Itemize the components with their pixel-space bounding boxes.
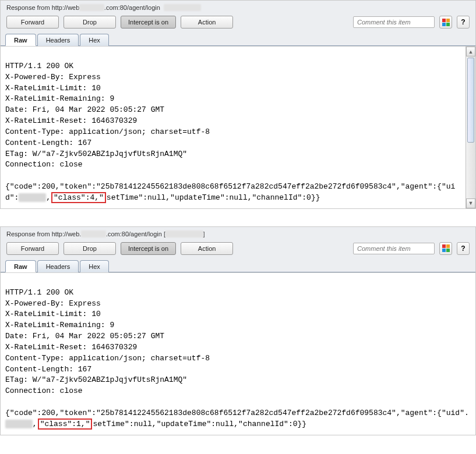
tab-headers[interactable]: Headers — [37, 260, 79, 272]
toolbar: Forward Drop Intercept is on Action ? — [1, 13, 475, 33]
scroll-track[interactable] — [466, 56, 475, 198]
tabs: Raw Headers Hex — [1, 260, 475, 272]
help-icon[interactable]: ? — [457, 242, 470, 255]
color-grid-icon[interactable] — [439, 242, 452, 255]
comment-input[interactable] — [353, 16, 435, 28]
body-pre: {"code":200,"token":"25b781412245562183d… — [5, 409, 469, 417]
tab-raw[interactable]: Raw — [5, 34, 36, 46]
help-icon[interactable]: ? — [457, 16, 470, 29]
scroll-down-icon[interactable]: ▼ — [466, 198, 475, 208]
redacted-uid: xxxxxx — [19, 193, 46, 202]
forward-button[interactable]: Forward — [6, 16, 59, 29]
http-header-line: HTTP/1.1 200 OK — [5, 288, 73, 297]
tabs: Raw Headers Hex — [1, 33, 475, 46]
http-header-line: X-RateLimit-Remaining: 9 — [5, 321, 114, 329]
intercept-button[interactable]: Intercept is on — [121, 16, 176, 29]
body-post: setTime":null,"updateTime":null,"channel… — [93, 420, 306, 428]
title-close: ] — [203, 230, 205, 237]
http-header-line: X-Powered-By: Express — [5, 299, 101, 308]
redacted-extra: xxxxxxxxxxx — [164, 4, 202, 11]
http-header-line: X-RateLimit-Remaining: 9 — [5, 94, 114, 103]
redacted-bracket: xxxxxxxxxxx — [165, 230, 203, 237]
http-header-line: Content-Length: 167 — [5, 365, 91, 374]
http-header-line: ETag: W/"a7-Zjkv502ABZ1pJqjvfUtsRjnA1MQ" — [5, 375, 187, 384]
http-header-line: Content-Type: application/json; charset=… — [5, 127, 210, 136]
scrollbar[interactable]: ▲ ▼ — [466, 46, 475, 208]
comment-input[interactable] — [353, 243, 435, 254]
http-header-line: HTTP/1.1 200 OK — [5, 62, 73, 70]
title-prefix: Response from http://web — [6, 4, 79, 11]
drop-button[interactable]: Drop — [64, 16, 116, 29]
response-content[interactable]: HTTP/1.1 200 OK X-Powered-By: Express X-… — [1, 272, 475, 435]
redacted-uid: xxxxxx — [5, 420, 33, 428]
scroll-up-icon[interactable]: ▲ — [466, 47, 475, 56]
http-header-line: Content-Type: application/json; charset=… — [5, 354, 210, 363]
http-header-line: Date: Fri, 04 Mar 2022 05:05:27 GMT — [5, 105, 164, 114]
title-suffix: .com:80/agent/login — [104, 4, 160, 11]
redacted-host: xxxxxxx — [81, 230, 106, 237]
redacted-host: xxxxxxx — [79, 4, 104, 11]
forward-button[interactable]: Forward — [6, 242, 59, 255]
highlight-class: "class":1," — [38, 418, 93, 430]
tab-hex[interactable]: Hex — [80, 260, 109, 272]
title-suffix: .com:80/agent/login [ — [106, 230, 165, 237]
http-header-line: Date: Fri, 04 Mar 2022 05:05:27 GMT — [5, 332, 164, 340]
color-grid-icon[interactable] — [439, 16, 452, 29]
body-post: setTime":null,"updateTime":null,"channel… — [107, 193, 320, 202]
tab-headers[interactable]: Headers — [37, 34, 79, 46]
response-content[interactable]: HTTP/1.1 200 OK X-Powered-By: Express X-… — [1, 46, 466, 208]
http-header-line: Connection: close — [5, 386, 83, 395]
http-header-line: X-RateLimit-Limit: 10 — [5, 310, 101, 318]
title-prefix: Response from http://web. — [6, 230, 81, 237]
http-header-line: Content-Length: 167 — [5, 139, 91, 147]
tab-hex[interactable]: Hex — [80, 34, 109, 46]
panel-title: Response from http://web.xxxxxxx.com:80/… — [1, 227, 475, 240]
intercept-button[interactable]: Intercept is on — [121, 242, 176, 255]
highlight-class: "class":4," — [51, 192, 106, 203]
action-button[interactable]: Action — [181, 242, 233, 255]
http-header-line: X-RateLimit-Limit: 10 — [5, 84, 101, 93]
response-panel: Response from http://webxxxxxxx.com:80/a… — [0, 0, 476, 209]
response-panel: Response from http://web.xxxxxxx.com:80/… — [0, 226, 476, 435]
tab-raw[interactable]: Raw — [5, 260, 36, 272]
http-header-line: ETag: W/"a7-Zjkv502ABZ1pJqjvfUtsRjnA1MQ" — [5, 150, 187, 158]
toolbar: Forward Drop Intercept is on Action ? — [1, 240, 475, 260]
http-header-line: Connection: close — [5, 160, 83, 169]
drop-button[interactable]: Drop — [64, 242, 116, 255]
http-header-line: X-Powered-By: Express — [5, 73, 101, 81]
action-button[interactable]: Action — [181, 16, 233, 29]
scroll-thumb[interactable] — [467, 58, 474, 143]
panel-title: Response from http://webxxxxxxx.com:80/a… — [1, 1, 475, 13]
http-header-line: X-RateLimit-Reset: 1646370329 — [5, 343, 137, 352]
http-header-line: X-RateLimit-Reset: 1646370329 — [5, 116, 137, 125]
